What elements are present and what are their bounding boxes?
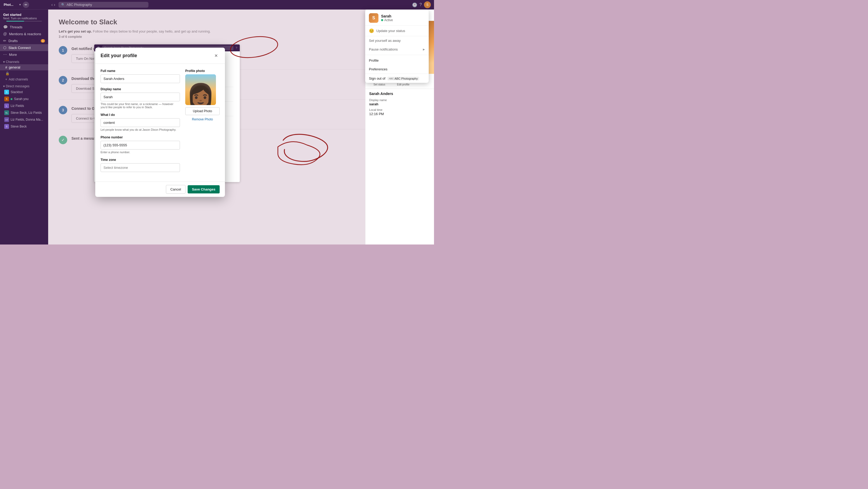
progress-bar-fill <box>6 21 24 22</box>
dm-item-slackbot[interactable]: S Slackbot <box>0 89 48 95</box>
sign-out-item[interactable]: Sign out of ABC ABC Photography <box>365 73 429 83</box>
profile-full-name: Sarah Anders <box>369 92 430 96</box>
edit-profile-modal: Edit your profile ✕ Full name Display na… <box>95 48 225 197</box>
hash-icon: # <box>5 65 7 69</box>
modal-header: Edit your profile ✕ <box>95 48 225 64</box>
sidebar-nav: Get started Next: Turn on notifications … <box>0 9 48 245</box>
modal-form: Full name Display name This could be you… <box>100 69 180 176</box>
profile-item[interactable]: Profile <box>365 56 429 65</box>
workspace-badge: ABC ABC Photography <box>388 77 419 81</box>
dm-item-liz[interactable]: L Liz Fields <box>0 102 48 109</box>
update-status-item[interactable]: 😊 Update your status <box>365 26 429 36</box>
modal-title: Edit your profile <box>100 53 137 59</box>
chevron-down-icon-dm: ▾ <box>3 84 5 88</box>
user-menu-avatar: S <box>369 13 378 23</box>
what-i-do-group: What I do Let people know what you do at… <box>100 113 180 131</box>
modal-close-button[interactable]: ✕ <box>212 52 220 59</box>
photo-section: Profile photo 👩🏾 Upload Photo Remove Pho… <box>185 69 220 176</box>
photo-section-label: Profile photo <box>185 69 220 73</box>
modal-body: Full name Display name This could be you… <box>95 64 225 182</box>
sidebar-item-get-started[interactable]: Get started Next: Turn on notifications <box>0 12 48 24</box>
save-changes-button[interactable]: Save Changes <box>188 185 220 193</box>
user-menu-popup: S Sarah Active 😊 Update your status Set … <box>365 9 429 83</box>
sidebar-item-mentions[interactable]: @ Mentions & reactions <box>0 30 48 37</box>
more-icon: ⋯ <box>3 52 7 57</box>
cancel-button[interactable]: Cancel <box>166 185 186 194</box>
drafts-badge: 1 <box>41 39 45 42</box>
profile-display-name-label: Display name <box>369 98 430 102</box>
history-back-icon[interactable]: ‹ <box>51 2 53 7</box>
status-dot-sarah <box>10 98 12 100</box>
slack-connect-icon: ⬡ <box>3 45 6 50</box>
phone-group: Phone number Enter a phone number. <box>100 135 180 154</box>
liz-donna-avatar: LD <box>4 117 9 122</box>
set-away-item[interactable]: Set yourself as away <box>365 36 429 45</box>
sidebar-item-more[interactable]: ⋯ More <box>0 51 48 58</box>
phone-hint: Enter a phone number. <box>100 151 180 154</box>
add-channels-button[interactable]: + Add channels <box>0 77 48 82</box>
remove-photo-button[interactable]: Remove Photo <box>185 116 220 123</box>
workspace-label: ABC ABC Photography <box>388 76 419 81</box>
sidebar-channel-private[interactable]: 🔒 <box>0 70 48 77</box>
sidebar-item-slack-connect[interactable]: ⬡ Slack Connect <box>0 44 48 51</box>
sarah-avatar: S <box>4 97 9 101</box>
history-forward-icon[interactable]: › <box>54 2 55 7</box>
steve-liz-avatar: SL <box>4 110 9 115</box>
phone-label: Phone number <box>100 135 180 139</box>
sidebar-item-threads[interactable]: 💬 Threads <box>0 24 48 30</box>
what-i-do-hint: Let people know what you do at Jason Dix… <box>100 128 180 131</box>
full-name-label: Full name <box>100 69 180 73</box>
timezone-input[interactable] <box>100 163 180 172</box>
dm-item-steve[interactable]: S Steve Beck <box>0 123 48 130</box>
timezone-group: Time zone <box>100 158 180 172</box>
what-i-do-input[interactable] <box>100 118 180 127</box>
compose-button[interactable]: ✏ <box>23 2 29 8</box>
dm-item-sarah[interactable]: S Sarah you <box>0 95 48 102</box>
mentions-icon: @ <box>3 32 7 36</box>
upload-photo-button[interactable]: Upload Photo <box>185 107 220 115</box>
full-name-input[interactable] <box>100 74 180 83</box>
liz-avatar: L <box>4 103 9 108</box>
smiley-icon: 😊 <box>369 28 374 33</box>
dm-section-header[interactable]: ▾ Direct messages <box>0 82 48 89</box>
preferences-item[interactable]: Preferences <box>365 65 429 73</box>
active-status-dot <box>381 19 383 21</box>
display-name-label: Display name <box>100 87 180 91</box>
channels-section-header[interactable]: ▾ Channels <box>0 58 48 64</box>
threads-icon: 💬 <box>3 25 8 29</box>
clock-icon[interactable]: 🕐 <box>412 2 417 7</box>
drafts-icon: ✏ <box>3 39 6 43</box>
profile-display-name-value: sarah <box>369 102 430 106</box>
plus-icon: + <box>5 78 7 81</box>
dm-item-liz-donna[interactable]: LD Liz Fields, Donna Ma... <box>0 116 48 123</box>
lock-icon: 🔒 <box>5 71 9 75</box>
modal-footer: Cancel Save Changes <box>95 182 225 197</box>
photo-preview-inner: 👩🏾 <box>185 74 216 105</box>
workspace-name[interactable]: Phot... ▾ <box>3 1 22 8</box>
help-icon[interactable]: ? <box>420 2 422 7</box>
main-sidebar: Phot... ▾ ✏ Get started Next: Turn on no… <box>0 0 48 245</box>
display-name-group: Display name This could be your first na… <box>100 87 180 109</box>
sidebar-item-drafts[interactable]: ✏ Drafts 1 <box>0 37 48 44</box>
profile-local-time-label: Local time <box>369 108 430 112</box>
profile-local-time-value: 12:16 PM <box>369 112 430 116</box>
search-bar[interactable]: 🔍 ABC Photography <box>59 2 149 8</box>
steve-avatar: S <box>4 124 9 129</box>
user-menu-header: S Sarah Active <box>365 9 429 26</box>
what-i-do-label: What I do <box>100 113 180 117</box>
user-menu-status: Active <box>381 18 393 22</box>
chevron-down-icon: ▾ <box>3 60 5 64</box>
arrow-icon: ▶ <box>423 48 425 51</box>
phone-input[interactable] <box>100 141 180 150</box>
display-name-input[interactable] <box>100 93 180 101</box>
user-avatar-button[interactable]: S <box>424 1 431 8</box>
dm-item-steve-liz[interactable]: SL Steve Beck, Liz Fields <box>0 109 48 116</box>
sidebar-channel-general[interactable]: # general <box>0 64 48 70</box>
search-icon: 🔍 <box>61 3 65 7</box>
top-bar-actions: 🕐 ? S <box>412 1 431 8</box>
display-name-hint: This could be your first name, or a nick… <box>100 102 180 109</box>
top-bar: ‹ › 🔍 ABC Photography 🕐 ? S <box>48 0 434 9</box>
pause-notifications-item[interactable]: Pause notifications ▶ <box>365 45 429 54</box>
photo-preview: 👩🏾 <box>185 74 216 105</box>
slackbot-avatar: S <box>4 90 9 94</box>
